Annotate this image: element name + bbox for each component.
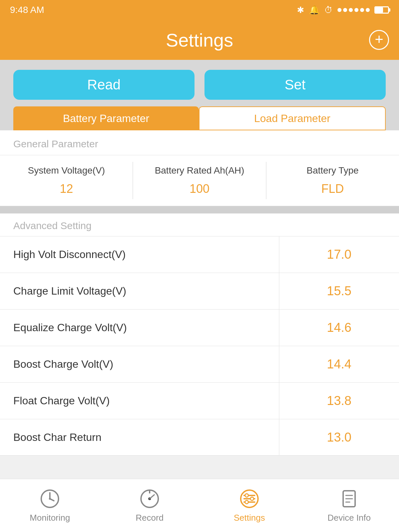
table-row: Float Charge Volt(V) 13.8 — [0, 382, 399, 419]
param-col-ah: Battery Rated Ah(AH) 100 — [133, 162, 266, 199]
param-col-voltage: System Voltage(V) 12 — [0, 162, 133, 199]
row-label-boost: Boost Charge Volt(V) — [0, 346, 279, 382]
nav-label-device-info: Device Info — [328, 513, 371, 523]
bluetooth-icon: ✱ — [297, 5, 304, 15]
nav-item-device-info[interactable]: Device Info — [299, 479, 399, 532]
add-button[interactable]: + — [369, 30, 389, 50]
svg-point-14 — [245, 500, 248, 504]
tab-battery-param[interactable]: Battery Parameter — [13, 106, 199, 130]
status-time: 9:48 AM — [10, 5, 44, 15]
nav-item-record[interactable]: Record — [100, 479, 200, 532]
action-buttons-container: Read Set — [0, 60, 399, 100]
svg-point-12 — [245, 494, 248, 497]
advanced-setting-label: Advanced Setting — [0, 213, 399, 236]
row-label-boost-return: Boost Char Return — [0, 419, 279, 455]
general-param-label: General Parameter — [0, 130, 399, 155]
svg-point-13 — [250, 497, 254, 500]
section-divider — [0, 206, 399, 213]
set-button[interactable]: Set — [204, 70, 386, 100]
status-bar: 9:48 AM ✱ 🔔 ⏱ — [0, 0, 399, 20]
table-row: High Volt Disconnect(V) 17.0 — [0, 236, 399, 273]
param-value-voltage[interactable]: 12 — [60, 182, 73, 196]
header: Settings + — [0, 20, 399, 60]
svg-line-7 — [150, 495, 154, 499]
row-label-high-volt: High Volt Disconnect(V) — [0, 236, 279, 273]
table-row: Boost Char Return 13.0 — [0, 419, 399, 456]
battery-icon — [374, 6, 389, 14]
settings-icon — [239, 488, 260, 509]
row-value-equalize[interactable]: 14.6 — [279, 310, 399, 346]
param-value-type[interactable]: FLD — [321, 182, 344, 196]
general-param-row: System Voltage(V) 12 Battery Rated Ah(AH… — [0, 155, 399, 206]
main-content: General Parameter System Voltage(V) 12 B… — [0, 130, 399, 456]
row-value-charge-limit[interactable]: 15.5 — [279, 273, 399, 309]
param-label-ah: Battery Rated Ah(AH) — [155, 165, 244, 176]
row-value-boost-return[interactable]: 13.0 — [279, 419, 399, 455]
nav-label-settings: Settings — [234, 513, 265, 523]
nav-label-monitoring: Monitoring — [30, 513, 70, 523]
record-icon — [139, 488, 160, 509]
nav-label-record: Record — [136, 513, 164, 523]
mute-icon: 🔔 — [309, 5, 320, 15]
row-label-equalize: Equalize Charge Volt(V) — [0, 310, 279, 346]
status-icons: ✱ 🔔 ⏱ — [297, 5, 389, 15]
row-value-boost[interactable]: 14.4 — [279, 346, 399, 382]
tab-selector: Battery Parameter Load Parameter — [0, 100, 399, 130]
page-title: Settings — [166, 29, 233, 51]
param-label-type: Battery Type — [307, 165, 359, 176]
svg-point-3 — [49, 498, 51, 500]
param-col-type: Battery Type FLD — [266, 162, 399, 199]
row-value-high-volt[interactable]: 17.0 — [279, 236, 399, 273]
signal-dots — [337, 8, 370, 12]
row-value-float[interactable]: 13.8 — [279, 383, 399, 419]
param-value-ah[interactable]: 100 — [190, 182, 209, 196]
row-label-charge-limit: Charge Limit Voltage(V) — [0, 273, 279, 309]
device-info-icon — [338, 488, 360, 509]
add-icon: + — [375, 32, 383, 47]
read-button[interactable]: Read — [13, 70, 195, 100]
alarm-icon: ⏱ — [324, 5, 333, 15]
table-row: Equalize Charge Volt(V) 14.6 — [0, 309, 399, 346]
table-row: Charge Limit Voltage(V) 15.5 — [0, 273, 399, 309]
table-row: Boost Charge Volt(V) 14.4 — [0, 346, 399, 382]
bottom-nav: Monitoring Record Setting — [0, 479, 399, 532]
nav-item-settings[interactable]: Settings — [200, 479, 299, 532]
advanced-settings-table: High Volt Disconnect(V) 17.0 Charge Limi… — [0, 236, 399, 456]
row-label-float: Float Charge Volt(V) — [0, 383, 279, 419]
tab-load-param[interactable]: Load Parameter — [199, 106, 386, 130]
monitoring-icon — [39, 488, 61, 509]
param-label-voltage: System Voltage(V) — [28, 165, 105, 176]
nav-item-monitoring[interactable]: Monitoring — [0, 479, 100, 532]
